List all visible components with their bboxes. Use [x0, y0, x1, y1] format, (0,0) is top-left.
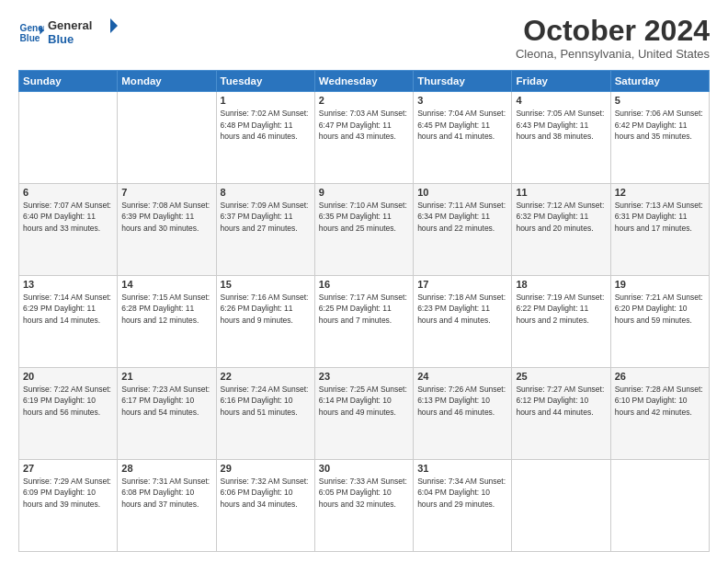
svg-marker-5 — [110, 18, 118, 33]
calendar-cell — [118, 92, 216, 184]
day-number: 13 — [23, 279, 113, 290]
logo: General Blue General Blue — [18, 15, 121, 52]
calendar-cell: 14Sunrise: 7:15 AM Sunset: 6:28 PM Dayli… — [118, 276, 216, 368]
day-number: 21 — [121, 371, 211, 382]
day-detail: Sunrise: 7:32 AM Sunset: 6:06 PM Dayligh… — [221, 476, 311, 510]
day-number: 12 — [615, 187, 705, 198]
day-detail: Sunrise: 7:11 AM Sunset: 6:34 PM Dayligh… — [417, 200, 507, 234]
day-detail: Sunrise: 7:14 AM Sunset: 6:29 PM Dayligh… — [23, 292, 113, 326]
day-detail: Sunrise: 7:09 AM Sunset: 6:37 PM Dayligh… — [221, 200, 311, 234]
logo-icon: General Blue — [18, 20, 44, 46]
day-number: 15 — [221, 279, 311, 290]
calendar-cell — [610, 460, 709, 552]
day-number: 14 — [121, 279, 211, 290]
calendar-table: SundayMondayTuesdayWednesdayThursdayFrid… — [18, 70, 710, 552]
day-detail: Sunrise: 7:06 AM Sunset: 6:42 PM Dayligh… — [615, 108, 705, 142]
day-detail: Sunrise: 7:33 AM Sunset: 6:05 PM Dayligh… — [319, 476, 409, 510]
calendar-cell: 5Sunrise: 7:06 AM Sunset: 6:42 PM Daylig… — [610, 92, 709, 184]
calendar-header-thursday: Thursday — [414, 71, 512, 92]
day-number: 10 — [417, 187, 507, 198]
day-number: 28 — [121, 463, 211, 474]
calendar-cell: 12Sunrise: 7:13 AM Sunset: 6:31 PM Dayli… — [610, 184, 709, 276]
calendar-cell: 26Sunrise: 7:28 AM Sunset: 6:10 PM Dayli… — [610, 368, 709, 460]
calendar-cell: 3Sunrise: 7:04 AM Sunset: 6:45 PM Daylig… — [414, 92, 512, 184]
day-number: 22 — [221, 371, 311, 382]
day-detail: Sunrise: 7:03 AM Sunset: 6:47 PM Dayligh… — [319, 108, 409, 142]
calendar-cell: 31Sunrise: 7:34 AM Sunset: 6:04 PM Dayli… — [414, 460, 512, 552]
day-detail: Sunrise: 7:23 AM Sunset: 6:17 PM Dayligh… — [121, 384, 211, 418]
calendar-header-wednesday: Wednesday — [314, 71, 413, 92]
day-detail: Sunrise: 7:07 AM Sunset: 6:40 PM Dayligh… — [23, 200, 113, 234]
calendar-cell: 18Sunrise: 7:19 AM Sunset: 6:22 PM Dayli… — [512, 276, 610, 368]
calendar-cell: 28Sunrise: 7:31 AM Sunset: 6:08 PM Dayli… — [118, 460, 216, 552]
day-number: 31 — [417, 463, 507, 474]
calendar-cell: 11Sunrise: 7:12 AM Sunset: 6:32 PM Dayli… — [512, 184, 610, 276]
day-detail: Sunrise: 7:24 AM Sunset: 6:16 PM Dayligh… — [221, 384, 311, 418]
calendar-header-saturday: Saturday — [610, 71, 709, 92]
day-detail: Sunrise: 7:34 AM Sunset: 6:04 PM Dayligh… — [417, 476, 507, 510]
day-detail: Sunrise: 7:13 AM Sunset: 6:31 PM Dayligh… — [615, 200, 705, 234]
calendar-cell: 19Sunrise: 7:21 AM Sunset: 6:20 PM Dayli… — [610, 276, 709, 368]
day-number: 1 — [221, 95, 311, 106]
calendar-cell: 17Sunrise: 7:18 AM Sunset: 6:23 PM Dayli… — [414, 276, 512, 368]
day-detail: Sunrise: 7:19 AM Sunset: 6:22 PM Dayligh… — [516, 292, 606, 326]
day-number: 9 — [319, 187, 409, 198]
day-number: 20 — [23, 371, 113, 382]
day-detail: Sunrise: 7:25 AM Sunset: 6:14 PM Dayligh… — [319, 384, 409, 418]
calendar-cell: 10Sunrise: 7:11 AM Sunset: 6:34 PM Dayli… — [414, 184, 512, 276]
calendar-header-tuesday: Tuesday — [216, 71, 314, 92]
day-detail: Sunrise: 7:08 AM Sunset: 6:39 PM Dayligh… — [121, 200, 211, 234]
calendar-cell: 20Sunrise: 7:22 AM Sunset: 6:19 PM Dayli… — [19, 368, 118, 460]
day-number: 26 — [615, 371, 705, 382]
day-detail: Sunrise: 7:10 AM Sunset: 6:35 PM Dayligh… — [319, 200, 409, 234]
calendar-cell: 4Sunrise: 7:05 AM Sunset: 6:43 PM Daylig… — [512, 92, 610, 184]
day-number: 19 — [615, 279, 705, 290]
day-number: 7 — [121, 187, 211, 198]
calendar-cell: 13Sunrise: 7:14 AM Sunset: 6:29 PM Dayli… — [19, 276, 118, 368]
calendar-cell: 8Sunrise: 7:09 AM Sunset: 6:37 PM Daylig… — [216, 184, 314, 276]
calendar-week-2: 6Sunrise: 7:07 AM Sunset: 6:40 PM Daylig… — [19, 184, 710, 276]
day-detail: Sunrise: 7:29 AM Sunset: 6:09 PM Dayligh… — [23, 476, 113, 510]
day-number: 17 — [417, 279, 507, 290]
day-detail: Sunrise: 7:28 AM Sunset: 6:10 PM Dayligh… — [615, 384, 705, 418]
day-detail: Sunrise: 7:02 AM Sunset: 6:48 PM Dayligh… — [221, 108, 311, 142]
calendar-cell: 22Sunrise: 7:24 AM Sunset: 6:16 PM Dayli… — [216, 368, 314, 460]
calendar-cell: 9Sunrise: 7:10 AM Sunset: 6:35 PM Daylig… — [314, 184, 413, 276]
calendar-header-row: SundayMondayTuesdayWednesdayThursdayFrid… — [19, 71, 710, 92]
calendar-cell: 21Sunrise: 7:23 AM Sunset: 6:17 PM Dayli… — [118, 368, 216, 460]
calendar-cell: 16Sunrise: 7:17 AM Sunset: 6:25 PM Dayli… — [314, 276, 413, 368]
calendar-header-friday: Friday — [512, 71, 610, 92]
calendar-header-monday: Monday — [118, 71, 216, 92]
header: General Blue General Blue October 2024 C… — [18, 15, 710, 61]
day-detail: Sunrise: 7:22 AM Sunset: 6:19 PM Dayligh… — [23, 384, 113, 418]
day-number: 3 — [417, 95, 507, 106]
day-detail: Sunrise: 7:27 AM Sunset: 6:12 PM Dayligh… — [516, 384, 606, 418]
calendar-week-1: 1Sunrise: 7:02 AM Sunset: 6:48 PM Daylig… — [19, 92, 710, 184]
day-number: 4 — [516, 95, 606, 106]
day-number: 5 — [615, 95, 705, 106]
calendar-cell — [19, 92, 118, 184]
day-detail: Sunrise: 7:15 AM Sunset: 6:28 PM Dayligh… — [121, 292, 211, 326]
page: General Blue General Blue October 2024 C… — [0, 0, 728, 563]
day-number: 6 — [23, 187, 113, 198]
day-number: 18 — [516, 279, 606, 290]
day-number: 8 — [221, 187, 311, 198]
calendar-cell: 27Sunrise: 7:29 AM Sunset: 6:09 PM Dayli… — [19, 460, 118, 552]
day-number: 23 — [319, 371, 409, 382]
calendar-week-5: 27Sunrise: 7:29 AM Sunset: 6:09 PM Dayli… — [19, 460, 710, 552]
calendar-cell — [512, 460, 610, 552]
calendar-week-4: 20Sunrise: 7:22 AM Sunset: 6:19 PM Dayli… — [19, 368, 710, 460]
calendar-cell: 30Sunrise: 7:33 AM Sunset: 6:05 PM Dayli… — [314, 460, 413, 552]
title-block: October 2024 Cleona, Pennsylvania, Unite… — [516, 15, 710, 61]
calendar-cell: 15Sunrise: 7:16 AM Sunset: 6:26 PM Dayli… — [216, 276, 314, 368]
day-detail: Sunrise: 7:21 AM Sunset: 6:20 PM Dayligh… — [615, 292, 705, 326]
logo-svg: General Blue — [48, 15, 121, 48]
calendar-week-3: 13Sunrise: 7:14 AM Sunset: 6:29 PM Dayli… — [19, 276, 710, 368]
svg-text:General: General — [48, 18, 92, 32]
day-number: 11 — [516, 187, 606, 198]
calendar-cell: 2Sunrise: 7:03 AM Sunset: 6:47 PM Daylig… — [314, 92, 413, 184]
day-detail: Sunrise: 7:05 AM Sunset: 6:43 PM Dayligh… — [516, 108, 606, 142]
day-detail: Sunrise: 7:26 AM Sunset: 6:13 PM Dayligh… — [417, 384, 507, 418]
day-detail: Sunrise: 7:04 AM Sunset: 6:45 PM Dayligh… — [417, 108, 507, 142]
day-detail: Sunrise: 7:17 AM Sunset: 6:25 PM Dayligh… — [319, 292, 409, 326]
